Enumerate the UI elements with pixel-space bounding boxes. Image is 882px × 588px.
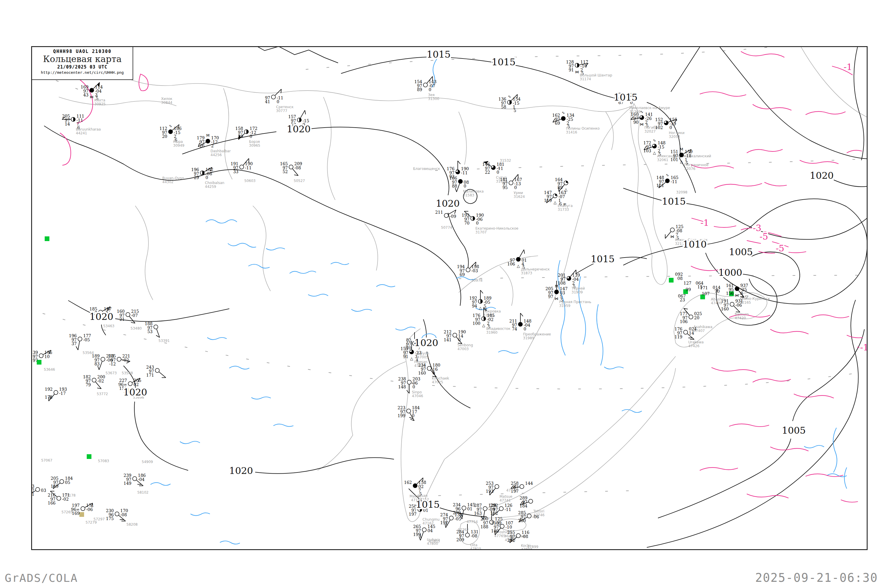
map-title-box: QHHH98 UAOL 210300 Кольцевая карта 21/09… (32, 46, 133, 80)
wind-feather (98, 366, 99, 370)
coastline (791, 27, 880, 123)
station-id-label: Abashiri (711, 297, 725, 302)
station-plot: 21297141190140Senbong47003 (444, 330, 473, 351)
station-dewpoint: 163 (474, 511, 482, 516)
isobar-label: 1015 (492, 57, 515, 68)
station-name: Kimchaek (432, 376, 449, 380)
station-dewpoint: 41 (265, 99, 270, 104)
isobar-line (658, 329, 864, 518)
station-name: Рудная Пристань (559, 300, 591, 304)
station-pressure-change: -02 (62, 497, 69, 502)
station-dewpoint: 103 (643, 148, 651, 153)
station-dewpoint: 100 (472, 321, 480, 326)
station-dewpoint: 160 (721, 307, 729, 311)
river-line (376, 285, 395, 287)
aux-contour-line (700, 92, 746, 96)
station-pressure-change: -11 (461, 171, 468, 175)
cloud-cover-symbol (555, 290, 559, 294)
station-cloud-code: 0 (250, 134, 252, 139)
weather-symbol: ⋈ (555, 296, 559, 301)
station-dewpoint: 69 (459, 272, 465, 277)
cloud-cover-symbol (735, 286, 739, 291)
station-id: 50527 (294, 179, 305, 183)
cloud-cover-symbol (423, 83, 428, 87)
station-plot: 23096175170-08 (106, 508, 128, 521)
station-id: 47005 (417, 355, 428, 359)
station-dewpoint: 22 (485, 170, 490, 175)
station-dewpoint: 199 (413, 532, 421, 537)
station-name: Matsue (500, 495, 513, 499)
station-id-label: 57083 (98, 459, 109, 463)
isobar-label: 1005 (729, 246, 753, 258)
station-plot: 2119774148-040Преображение31989 (509, 313, 551, 340)
station-plot: 29297192126-11 (490, 503, 513, 516)
station-id: 47003 (458, 347, 469, 351)
station-dewpoint: 180 (491, 529, 499, 533)
station-name: Tottori (533, 509, 544, 513)
cloud-cover-symbol (516, 257, 520, 261)
isobars-layer (44, 29, 879, 548)
station-pressure-change: -03 (471, 268, 478, 273)
station-markers-layer (18, 187, 734, 517)
station-name: Кыра (173, 140, 183, 144)
station-name: Владивосток (486, 327, 510, 331)
station-temperature: 211 (435, 210, 443, 214)
station-id: 31624 (514, 195, 525, 199)
station-name: Зея (428, 93, 435, 97)
weather-symbol: △ (653, 150, 656, 155)
station-id-label: 50978 (471, 278, 483, 282)
aux-contour-line (812, 315, 849, 318)
station-name: Южно-Курильск (740, 297, 770, 301)
weather-symbol-upper: ∿ (653, 138, 656, 142)
station-id: 53391 (159, 339, 170, 343)
station-id-label: 32098 (676, 190, 687, 194)
station-name: Большой Шантар (580, 73, 612, 77)
cloud-cover-symbol (133, 477, 137, 481)
isobar-label: 1020 (229, 465, 253, 476)
aux-contour-line (764, 182, 787, 186)
weather-symbol: △ (517, 264, 520, 268)
weather-symbol-upper: ∿ (640, 110, 644, 114)
station-cloud-code: 2 (211, 144, 214, 148)
station-dewpoint: 106 (680, 319, 688, 324)
station-id: 31583 (463, 193, 474, 197)
weather-symbol: △ (482, 323, 485, 327)
isobar-label: 1000 (718, 267, 742, 278)
station-id: 53772 (97, 392, 108, 396)
station-id-label: 57067 (41, 458, 52, 462)
wind-feather (28, 491, 29, 495)
station-pressure-change: -06 (532, 514, 539, 519)
station-cloud-code: 0 (429, 87, 431, 92)
station-pressure-change: -10 (506, 525, 512, 530)
station-id: 31416 (566, 130, 577, 134)
station-id: 53646 (44, 368, 55, 372)
station-id-label: 47762 (458, 528, 469, 532)
station-dewpoint: 90 (633, 120, 639, 124)
station-id: 31989 (523, 336, 534, 340)
river-line (150, 483, 171, 485)
station-id: 30925 (94, 102, 105, 106)
station-plot: 15197101159-1815M△Пограничное32076 (670, 147, 708, 171)
station-plot: 1549789143-070Зея31300 (414, 76, 439, 101)
cloud-cover-symbol (670, 228, 674, 232)
station-cloud-code: 0 (496, 170, 499, 175)
station-plot: 13997971961053646 (30, 350, 55, 372)
station-id: 47815 (470, 547, 481, 551)
station-plot: 1829779200-0253772 (83, 375, 108, 396)
station-id: 44256 (210, 153, 222, 157)
isobar-line (671, 29, 711, 92)
weather-map-page: 1699743114-0435⋈Кяхта309252059714111-117… (0, 0, 882, 588)
station-id-label: Благовещенск (413, 167, 440, 171)
station-pressure-change: 01 (467, 507, 472, 511)
cloud-cover-symbol (240, 165, 244, 169)
station-name: Александровск-Сахалинский (657, 154, 711, 158)
station-pressure-change: -04 (138, 477, 145, 482)
station-dewpoint: 160 (418, 371, 426, 375)
station-dewpoint: 169 (72, 511, 80, 516)
weather-symbol-upper: M (555, 284, 558, 288)
station-id: 44259 (205, 184, 216, 189)
river-line (833, 428, 837, 472)
station-dewpoint: 175 (106, 516, 114, 521)
station-pressure-change: -11 (245, 165, 252, 170)
station-dewpoint: 89 (417, 87, 422, 92)
